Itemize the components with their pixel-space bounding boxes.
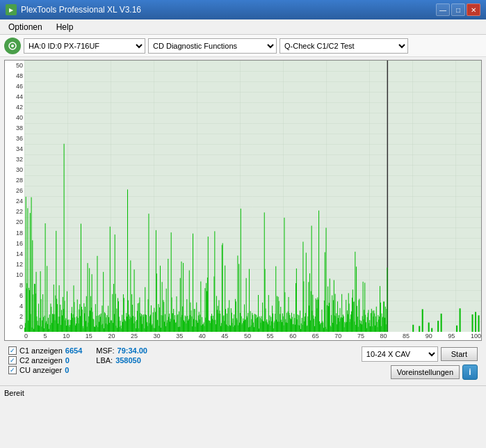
- cu-checkbox[interactable]: ✓: [8, 366, 17, 374]
- x-label-30: 30: [154, 333, 161, 339]
- voreinstellungen-button[interactable]: Voreinstellungen: [391, 365, 460, 379]
- chart-plot: [24, 61, 481, 332]
- menu-bar: Optionen Help: [0, 19, 486, 35]
- x-label-50: 50: [244, 333, 251, 339]
- chart-canvas: [24, 61, 481, 332]
- x-label-95: 95: [448, 333, 455, 339]
- y-label-10: 10: [5, 271, 23, 278]
- x-label-60: 60: [289, 333, 296, 339]
- x-axis: 0 5 10 15 20 25 30 35 40 45 50 55 60 65 …: [5, 332, 481, 340]
- x-label-90: 90: [426, 333, 432, 339]
- menu-help[interactable]: Help: [51, 21, 79, 33]
- y-label-12: 12: [5, 261, 23, 268]
- title-bar-left: ▶ PlexTools Professional XL V3.16: [6, 4, 141, 15]
- menu-optionen[interactable]: Optionen: [3, 21, 48, 33]
- app-icon: ▶: [6, 4, 17, 15]
- c1-value: 6654: [65, 346, 82, 355]
- y-label-38: 38: [5, 125, 23, 131]
- c1-checkbox[interactable]: ✓: [8, 346, 17, 355]
- y-label-32: 32: [5, 156, 23, 163]
- cu-value: 0: [65, 366, 69, 374]
- start-button[interactable]: Start: [441, 347, 478, 361]
- test-select[interactable]: Q-Check C1/C2 Test: [280, 38, 408, 54]
- y-label-16: 16: [5, 240, 23, 247]
- settings-row: Voreinstellungen i: [391, 365, 478, 380]
- y-label-18: 18: [5, 230, 23, 237]
- legend-left: ✓ C1 anzeigen 6654 ✓ C2 anzeigen 0 ✓ CU …: [8, 346, 82, 374]
- chart-wrapper: 50 48 46 44 42 40 38 36 34 32 30 28 26 2…: [5, 61, 481, 332]
- cu-legend-item: ✓ CU anzeiger 0: [8, 366, 82, 374]
- title-bar: ▶ PlexTools Professional XL V3.16 — □ ✕: [0, 0, 486, 19]
- maximize-button[interactable]: □: [451, 3, 465, 16]
- x-label-35: 35: [176, 333, 183, 339]
- close-button[interactable]: ✕: [467, 3, 480, 16]
- x-label-55: 55: [267, 333, 274, 339]
- y-label-14: 14: [5, 250, 23, 257]
- c2-checkbox[interactable]: ✓: [8, 356, 17, 365]
- legend-right: 10-24 X CAV Start Voreinstellungen i: [362, 346, 478, 380]
- function-select[interactable]: CD Diagnostic Functions: [148, 38, 277, 54]
- y-label-34: 34: [5, 145, 23, 152]
- speed-row: 10-24 X CAV Start: [362, 346, 478, 362]
- cu-label: CU anzeiger: [19, 366, 62, 374]
- y-label-4: 4: [5, 303, 23, 310]
- c1-label: C1 anzeigen: [19, 346, 63, 355]
- c2-label: C2 anzeigen: [19, 356, 63, 365]
- y-label-42: 42: [5, 104, 23, 111]
- y-label-20: 20: [5, 218, 23, 225]
- drive-icon-btn[interactable]: [4, 38, 21, 54]
- y-label-6: 6: [5, 292, 23, 299]
- y-label-44: 44: [5, 93, 23, 100]
- x-label-45: 45: [221, 333, 228, 339]
- x-label-80: 80: [380, 333, 387, 339]
- speed-select[interactable]: 10-24 X CAV: [362, 346, 438, 362]
- lba-row: LBA: 358050: [96, 356, 147, 365]
- y-label-26: 26: [5, 187, 23, 194]
- toolbar: HA:0 ID:0 PX-716UF CD Diagnostic Functio…: [0, 35, 486, 57]
- y-label-28: 28: [5, 177, 23, 184]
- y-label-0: 0: [5, 323, 23, 330]
- x-label-5: 5: [44, 333, 47, 339]
- lba-label: LBA:: [96, 356, 113, 365]
- msf-value: 79:34.00: [118, 346, 147, 355]
- x-label-10: 10: [63, 333, 70, 339]
- x-label-70: 70: [334, 333, 341, 339]
- chart-container: 50 48 46 44 42 40 38 36 34 32 30 28 26 2…: [4, 60, 482, 341]
- x-label-65: 65: [312, 333, 319, 339]
- x-label-15: 15: [86, 333, 92, 339]
- title-bar-title: PlexTools Professional XL V3.16: [21, 5, 141, 15]
- c1-legend-item: ✓ C1 anzeigen 6654: [8, 346, 82, 355]
- lba-value: 358050: [115, 356, 141, 365]
- x-label-20: 20: [108, 333, 115, 339]
- y-label-48: 48: [5, 72, 23, 79]
- x-label-75: 75: [357, 333, 364, 339]
- y-label-40: 40: [5, 114, 23, 121]
- minimize-button[interactable]: —: [436, 3, 450, 16]
- drive-select[interactable]: HA:0 ID:0 PX-716UF: [24, 38, 145, 54]
- y-label-50: 50: [5, 62, 23, 69]
- legend-row: ✓ C1 anzeigen 6654 ✓ C2 anzeigen 0 ✓ CU …: [8, 346, 478, 380]
- legend-middle: MSF: 79:34.00 LBA: 358050: [96, 346, 147, 365]
- c2-value: 0: [65, 356, 70, 365]
- c2-legend-item: ✓ C2 anzeigen 0: [8, 356, 82, 365]
- x-label-0: 0: [24, 333, 28, 339]
- title-bar-controls: — □ ✕: [436, 3, 480, 16]
- y-label-2: 2: [5, 313, 23, 320]
- status-bar: Bereit: [0, 385, 486, 399]
- x-label-100: 100: [471, 333, 481, 339]
- status-text: Bereit: [4, 389, 24, 397]
- msf-row: MSF: 79:34.00: [96, 346, 147, 355]
- main-content: 50 48 46 44 42 40 38 36 34 32 30 28 26 2…: [0, 57, 486, 385]
- y-label-30: 30: [5, 166, 23, 173]
- y-label-36: 36: [5, 135, 23, 142]
- y-label-46: 46: [5, 83, 23, 90]
- svg-point-1: [11, 45, 14, 47]
- x-label-25: 25: [131, 333, 138, 339]
- y-axis: 50 48 46 44 42 40 38 36 34 32 30 28 26 2…: [5, 61, 24, 332]
- msf-label: MSF:: [96, 346, 114, 355]
- info-button[interactable]: i: [462, 365, 478, 380]
- y-label-24: 24: [5, 198, 23, 205]
- x-label-85: 85: [403, 333, 410, 339]
- y-label-22: 22: [5, 208, 23, 215]
- bottom-panel: ✓ C1 anzeigen 6654 ✓ C2 anzeigen 0 ✓ CU …: [4, 344, 482, 383]
